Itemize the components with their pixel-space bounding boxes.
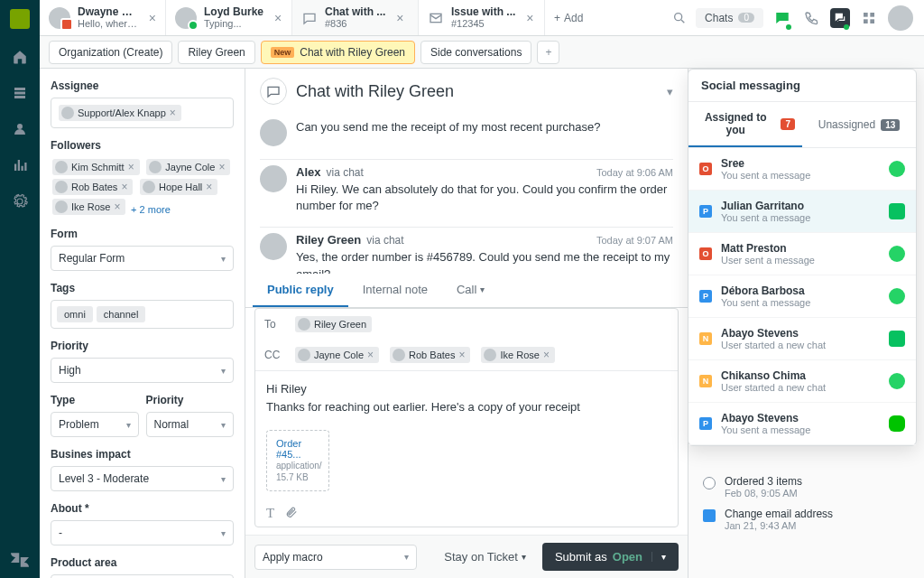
compose-textarea[interactable]: Hi Riley Thanks for reaching out earlier… [255,371,678,424]
top-tabs: Dwayne HeathHello, where can I × Loyd Bu… [40,0,924,36]
popover-tab-unassigned[interactable]: Unassigned13 [802,102,916,147]
tab-issue[interactable]: Issue with ...#12345 × [419,0,545,35]
tab-chat[interactable]: Chat with ...#836 × [292,0,419,35]
close-icon[interactable]: × [274,11,282,25]
status-badge: O [699,163,712,175]
assignee-field[interactable]: Support/Alex Knapp× [51,98,234,128]
status-badge: P [699,417,712,430]
subtab-chat[interactable]: NewChat with Riley Green [261,41,415,64]
ticket-icon [703,509,716,522]
app-logo[interactable] [10,9,30,29]
ticket-sidebar: Assignee Support/Alex Knapp× Followers K… [40,69,245,578]
tab-subtitle: Typing... [204,18,263,30]
submit-button[interactable]: Submit as Open▾ [542,543,679,571]
product-select[interactable]: -▾ [51,574,234,578]
messaging-icon[interactable] [772,8,792,28]
subtab-side[interactable]: Side conversations [420,41,531,64]
about-label: About * [51,502,234,515]
popover-item[interactable]: PDébora BarbosaYou sent a message [688,275,916,318]
text-format-icon[interactable]: T [266,506,274,521]
customers-icon[interactable] [11,121,29,137]
attach-icon[interactable] [285,506,298,521]
popover-item[interactable]: NAbayo StevensUser started a new chat [688,318,916,360]
svg-rect-2 [864,13,868,17]
conversations-icon[interactable] [830,8,850,28]
popover-item[interactable]: OMatt PrestonUser sent a message [688,233,916,275]
add-tab-button[interactable]: +Add [545,0,592,35]
form-select[interactable]: Regular Form▾ [51,246,234,271]
followers-field[interactable]: Kim Schmitt× Jayne Cole× Rob Bates× Hope… [51,157,234,217]
svg-rect-3 [870,13,874,17]
popover-tab-assigned[interactable]: Assigned to you7 [688,102,802,147]
popover-item[interactable]: PAbayo StevensYou sent a message [688,403,916,445]
priority-select[interactable]: High▾ [51,358,234,383]
home-icon[interactable] [11,49,29,65]
type-select[interactable]: Problem▾ [51,412,139,437]
close-icon[interactable]: × [526,11,533,25]
popover-item[interactable]: NChikanso ChimaUser started a new chat [688,360,916,403]
svg-point-1 [675,13,682,20]
close-icon[interactable]: × [149,11,156,25]
followers-label: Followers [51,139,234,152]
priority2-select[interactable]: Normal▾ [146,412,235,437]
tab-title: Loyd Burke [204,5,263,18]
timeline-item[interactable]: Change email addressJan 21, 9:43 AM [703,508,913,531]
subtab-add[interactable]: + [537,41,559,64]
channel-icon [889,373,905,389]
zendesk-logo-icon [11,553,29,567]
about-select[interactable]: -▾ [51,520,234,545]
tab-subtitle: Hello, where can I [78,18,138,30]
admin-icon[interactable] [11,193,29,210]
tab-dwayne[interactable]: Dwayne HeathHello, where can I × [40,0,166,35]
popover-item[interactable]: PJulian GarritanoYou sent a message [688,191,916,233]
cc-label: CC [264,349,286,361]
status-badge: O [699,247,712,260]
macro-select[interactable]: Apply macro▾ [254,545,417,570]
message: Alexvia chatToday at 9:06 AMHi Riley. We… [260,159,673,214]
svg-rect-4 [864,19,868,23]
subtab-user[interactable]: Riley Green [178,41,254,64]
compose-box: To Riley Green CC Jayne Cole× Rob Bates×… [254,308,679,527]
views-icon[interactable] [11,85,29,101]
assignee-label: Assignee [51,79,234,92]
chats-pill[interactable]: Chats0 [696,8,763,28]
tab-title: Dwayne Heath [78,5,138,18]
reply-tab-call[interactable]: Call▾ [442,274,499,307]
channel-icon [889,288,905,304]
search-icon[interactable] [672,11,687,25]
to-label: To [264,318,286,331]
attachment[interactable]: Order #45... application/ 15.7 KB [266,430,329,491]
profile-avatar[interactable] [888,5,913,31]
apps-icon[interactable] [859,8,879,28]
timeline-item[interactable]: Ordered 3 itemsFeb 08, 9:05 AM [703,475,913,499]
circle-icon [703,477,716,489]
followers-more[interactable]: + 2 more [131,204,171,215]
stay-on-ticket[interactable]: Stay on Ticket▾ [435,545,535,569]
phone-icon[interactable] [801,8,821,28]
sub-tabs: Organization (Create) Riley Green NewCha… [40,36,924,69]
reply-tab-internal[interactable]: Internal note [348,274,442,307]
chat-icon [301,10,318,26]
tab-loyd[interactable]: Loyd BurkeTyping... × [166,0,292,35]
cc-chip[interactable]: Jayne Cole× [295,347,379,363]
close-icon[interactable]: × [396,11,403,25]
avatar [49,7,70,29]
conversation-panel: Chat with Riley Green ▾ Can you send me … [245,69,688,578]
reports-icon[interactable] [11,157,29,173]
cc-chip[interactable]: Ike Rose× [481,347,554,363]
channel-icon [889,331,905,347]
reply-tab-public[interactable]: Public reply [253,274,348,307]
bottom-bar: Apply macro▾ Stay on Ticket▾ Submit as O… [245,535,688,578]
chevron-down-icon[interactable]: ▾ [667,85,673,98]
remove-icon[interactable]: × [170,107,176,119]
conversation-title: Chat with Riley Green [296,82,658,101]
impact-select[interactable]: Level 3 - Moderate▾ [51,466,234,491]
avatar [175,7,197,29]
tab-title: Issue with ... [451,5,515,18]
to-chip[interactable]: Riley Green [295,316,372,332]
subtab-org[interactable]: Organization (Create) [49,41,172,64]
popover-item[interactable]: OSreeYou sent a message [688,148,916,191]
product-label: Product area [51,556,234,569]
tags-field[interactable]: omnichannel [51,300,234,329]
cc-chip[interactable]: Rob Bates× [390,347,470,363]
